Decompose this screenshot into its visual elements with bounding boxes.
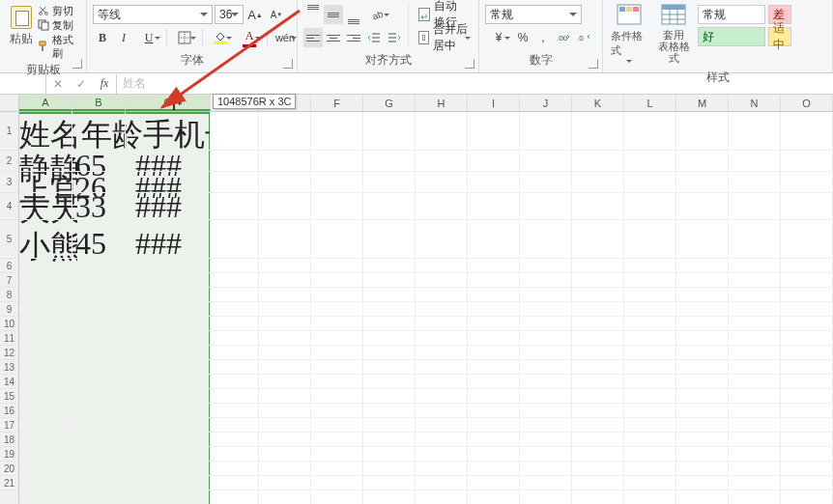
col-header-a[interactable]: A	[19, 95, 72, 111]
row-header-6[interactable]: 6	[0, 259, 18, 273]
accounting-format-button[interactable]: ¥	[485, 28, 512, 47]
copy-button[interactable]: 复制	[38, 18, 80, 32]
merge-center-button[interactable]: 合并后居中	[415, 28, 473, 47]
col-header-i[interactable]: I	[468, 95, 520, 111]
svg-rect-5	[42, 45, 43, 51]
svg-rect-15	[633, 7, 639, 12]
col-header-n[interactable]: N	[729, 95, 781, 111]
comma-button[interactable]: ,	[533, 28, 553, 47]
inc-decimal-icon: .00	[557, 32, 570, 43]
font-color-button[interactable]: A	[236, 28, 263, 47]
brush-icon	[38, 41, 49, 52]
col-header-h[interactable]: H	[416, 95, 468, 111]
align-middle-icon	[328, 13, 339, 17]
align-center-button[interactable]	[324, 28, 343, 47]
number-group-label: 数字	[485, 50, 596, 72]
font-launcher[interactable]	[283, 59, 293, 69]
col-header-k[interactable]: K	[572, 95, 624, 111]
svg-rect-3	[42, 22, 48, 30]
number-launcher[interactable]	[589, 59, 598, 69]
paste-button[interactable]: 粘贴	[6, 2, 36, 51]
row-header-10[interactable]: 10	[0, 317, 18, 331]
spreadsheet-grid[interactable]: ABCDEFGHIJKLMNO 123456789101112131415161…	[0, 95, 833, 504]
italic-button[interactable]: I	[114, 28, 133, 47]
table-format-icon	[661, 4, 686, 27]
fill-color-button[interactable]	[207, 28, 234, 47]
indent-decrease-button[interactable]	[364, 28, 384, 47]
align-launcher[interactable]	[465, 59, 474, 69]
align-top-button[interactable]	[303, 5, 323, 24]
align-right-button[interactable]	[344, 28, 363, 47]
col-header-l[interactable]: L	[624, 95, 676, 111]
svg-text:.00: .00	[557, 34, 568, 42]
row-header-7[interactable]: 7	[0, 273, 18, 288]
number-format-combo[interactable]: 常规	[485, 5, 582, 24]
cell-style-normal[interactable]: 常规	[698, 5, 765, 24]
align-group-label: 对齐方式	[303, 50, 473, 72]
indent-dec-icon	[367, 32, 381, 43]
row-header-11[interactable]: 11	[0, 331, 18, 346]
col-header-b[interactable]: B	[72, 95, 126, 111]
col-header-j[interactable]: J	[520, 95, 572, 111]
orientation-button[interactable]: ab	[364, 5, 391, 24]
row-header-20[interactable]: 20	[0, 462, 18, 476]
row-header-18[interactable]: 18	[0, 433, 18, 447]
insert-function-button[interactable]: fx	[93, 74, 116, 94]
format-painter-button[interactable]: 格式刷	[38, 33, 80, 60]
conditional-format-button[interactable]: 条件格式	[609, 2, 649, 68]
col-header-m[interactable]: M	[676, 95, 729, 111]
align-left-button[interactable]	[303, 28, 323, 47]
underline-button[interactable]: U	[135, 28, 162, 47]
align-middle-button[interactable]	[324, 5, 343, 24]
border-button[interactable]	[171, 28, 198, 47]
font-size-combo[interactable]: 36	[215, 5, 244, 24]
col-header-g[interactable]: G	[363, 95, 416, 111]
row-header-4[interactable]: 4	[0, 193, 18, 220]
clipboard-launcher[interactable]	[72, 59, 82, 69]
phonetic-button[interactable]: wén	[272, 28, 299, 47]
row-headers[interactable]: 123456789101112131415161718192021	[0, 112, 19, 504]
cell-a5[interactable]: 小熊	[19, 226, 77, 268]
row-header-9[interactable]: 9	[0, 302, 18, 317]
dec-decimal-icon: .0	[577, 32, 590, 43]
row-header-8[interactable]: 8	[0, 288, 18, 302]
font-name-combo[interactable]: 等线	[93, 5, 213, 24]
svg-rect-13	[619, 7, 625, 12]
indent-increase-button[interactable]	[385, 28, 404, 47]
cut-button[interactable]: 剪切	[38, 4, 80, 17]
align-bottom-button[interactable]	[344, 5, 363, 24]
column-headers[interactable]: ABCDEFGHIJKLMNO	[19, 95, 833, 112]
bold-button[interactable]: B	[93, 28, 112, 47]
cells-area[interactable]: 姓名年龄手机号 静静 65 ### 上官 26 ### 天天 33 ### 小熊…	[19, 112, 833, 504]
format-as-table-button[interactable]: 套用 表格格式	[653, 2, 694, 66]
cell-b5[interactable]: 45	[75, 226, 128, 262]
bucket-icon	[215, 31, 226, 41]
dropdown-caret-icon	[626, 60, 632, 66]
border-icon	[178, 31, 191, 44]
row-header-21[interactable]: 21	[0, 476, 18, 490]
select-all-corner[interactable]	[0, 95, 19, 112]
increase-font-button[interactable]: A▲	[245, 5, 265, 24]
decrease-decimal-button[interactable]: .0	[574, 28, 593, 47]
row-header-3[interactable]: 3	[0, 172, 18, 193]
row-header-19[interactable]: 19	[0, 447, 18, 462]
row-header-14[interactable]: 14	[0, 375, 18, 389]
phonetic-icon: wén	[275, 32, 295, 43]
row-header-16[interactable]: 16	[0, 404, 18, 418]
cell-style-good[interactable]: 好	[698, 27, 765, 46]
percent-button[interactable]: %	[513, 28, 532, 47]
cell-c5[interactable]: ###	[135, 226, 218, 262]
decrease-font-button[interactable]: A▼	[267, 5, 286, 24]
row-header-17[interactable]: 17	[0, 418, 18, 433]
cell-style-neutral[interactable]: 适中	[768, 27, 791, 46]
row-header-1[interactable]: 1	[0, 112, 18, 151]
row-header-13[interactable]: 13	[0, 360, 18, 375]
ribbon: 粘贴 剪切 复制 格式刷 剪贴板 等	[0, 0, 833, 73]
increase-decimal-button[interactable]: .00	[554, 28, 573, 47]
row-header-12[interactable]: 12	[0, 346, 18, 360]
col-header-o[interactable]: O	[781, 95, 833, 111]
col-header-f[interactable]: F	[311, 95, 363, 111]
row-header-15[interactable]: 15	[0, 389, 18, 404]
row-header-2[interactable]: 2	[0, 151, 18, 172]
row-header-5[interactable]: 5	[0, 220, 18, 259]
